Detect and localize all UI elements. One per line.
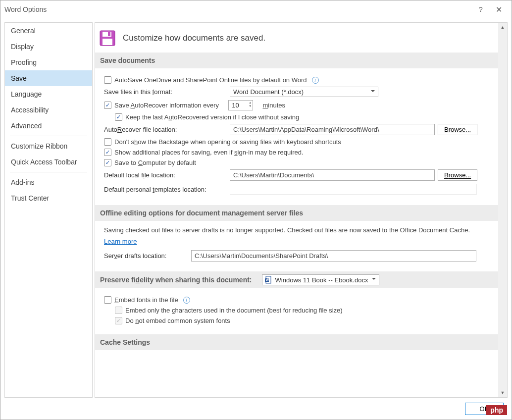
word-document-icon: W bbox=[264, 276, 272, 284]
server-drafts-input[interactable] bbox=[191, 250, 476, 262]
default-templates-label: Default personal templates location: bbox=[104, 186, 227, 193]
sidebar-item-accessibility[interactable]: Accessibility bbox=[5, 102, 92, 118]
default-local-browse-button[interactable]: Browse... bbox=[438, 169, 477, 181]
main-panel: Customize how documents are saved. Save … bbox=[95, 23, 498, 397]
autorecover-label-pre: Save AutoRecover information every bbox=[114, 102, 219, 109]
sidebar-item-display[interactable]: Display bbox=[5, 39, 92, 54]
dont-show-backstage-checkbox[interactable] bbox=[104, 138, 111, 146]
help-button[interactable]: ? bbox=[472, 0, 490, 18]
autorecover-browse-button[interactable]: Browse... bbox=[438, 124, 477, 135]
embed-fonts-checkbox[interactable] bbox=[104, 296, 111, 304]
section-cache-settings: Cache Settings bbox=[95, 334, 498, 350]
sidebar-item-save[interactable]: Save bbox=[5, 70, 92, 86]
svg-text:W: W bbox=[265, 278, 269, 281]
svg-rect-2 bbox=[108, 32, 110, 36]
autorecover-unit: minutes bbox=[262, 102, 285, 109]
format-select[interactable]: Word Document (*.docx) bbox=[230, 87, 378, 97]
show-additional-checkbox[interactable] bbox=[104, 149, 111, 156]
autorecover-minutes-spinner[interactable]: 10▲▼ bbox=[228, 100, 253, 110]
embed-only-characters-checkbox bbox=[115, 307, 122, 314]
info-icon[interactable]: i bbox=[183, 297, 190, 304]
vertical-scrollbar[interactable]: ▲ ▼ bbox=[498, 23, 507, 397]
format-label: Save files in this format: bbox=[104, 88, 227, 96]
autorecover-location-input[interactable] bbox=[230, 124, 435, 135]
watermark-logo: php bbox=[486, 405, 507, 415]
sidebar-item-quick-access[interactable]: Quick Access Toolbar bbox=[5, 154, 92, 170]
keep-last-label: Keep the last AutoRecovered version if I… bbox=[125, 113, 299, 121]
offline-note: Saving checked out files to server draft… bbox=[104, 226, 489, 235]
sidebar-item-advanced[interactable]: Advanced bbox=[5, 118, 92, 134]
section-offline: Offline editing options for document man… bbox=[95, 205, 498, 221]
autorecover-checkbox[interactable] bbox=[104, 102, 111, 109]
autosave-label: AutoSave OneDrive and SharePoint Online … bbox=[114, 76, 307, 84]
scroll-down-arrow[interactable]: ▼ bbox=[498, 388, 507, 397]
autorecover-location-label: AutoRecover file location: bbox=[104, 126, 227, 133]
dont-show-backstage-label: Don't show the Backstage when opening or… bbox=[114, 138, 341, 146]
embed-only-characters-label: Embed only the characters used in the do… bbox=[125, 307, 343, 314]
close-button[interactable]: ✕ bbox=[490, 0, 508, 18]
sidebar-item-customize-ribbon[interactable]: Customize Ribbon bbox=[5, 138, 92, 154]
sidebar-item-add-ins[interactable]: Add-ins bbox=[5, 174, 92, 190]
keep-last-checkbox[interactable] bbox=[115, 113, 122, 121]
svg-rect-3 bbox=[102, 39, 112, 45]
server-drafts-label: Server drafts location: bbox=[104, 252, 188, 260]
title-bar: Word Options ? ✕ bbox=[0, 0, 512, 18]
show-additional-label: Show additional places for saving, even … bbox=[114, 149, 304, 156]
save-to-computer-checkbox[interactable] bbox=[104, 159, 111, 166]
section-save-documents: Save documents bbox=[95, 52, 498, 68]
dialog-footer: OK bbox=[0, 398, 512, 420]
save-icon bbox=[99, 30, 116, 47]
default-templates-input[interactable] bbox=[230, 184, 476, 195]
do-not-embed-checkbox bbox=[115, 317, 122, 324]
scroll-up-arrow[interactable]: ▲ bbox=[498, 23, 507, 32]
sidebar-item-language[interactable]: Language bbox=[5, 86, 92, 102]
preserve-document-select[interactable]: W Windows 11 Book -- Ebook.docx bbox=[262, 274, 380, 285]
autosave-checkbox[interactable] bbox=[104, 76, 111, 84]
learn-more-link[interactable]: Learn more bbox=[104, 238, 137, 245]
section-preserve-fidelity: Preserve fidelity when sharing this docu… bbox=[95, 271, 498, 288]
info-icon[interactable]: i bbox=[312, 77, 319, 84]
embed-fonts-label: Embed fonts in the file bbox=[114, 296, 178, 304]
sidebar-item-proofing[interactable]: Proofing bbox=[5, 54, 92, 70]
sidebar-nav: General Display Proofing Save Language A… bbox=[4, 22, 93, 398]
do-not-embed-label: Do not embed common system fonts bbox=[125, 317, 230, 324]
sidebar-item-general[interactable]: General bbox=[5, 23, 92, 39]
default-local-input[interactable] bbox=[230, 169, 435, 181]
page-subtitle: Customize how documents are saved. bbox=[123, 33, 265, 43]
save-to-computer-label: Save to Computer by default bbox=[114, 159, 196, 166]
default-local-label: Default local file location: bbox=[104, 171, 227, 179]
sidebar-item-trust-center[interactable]: Trust Center bbox=[5, 190, 92, 206]
window-title: Word Options bbox=[4, 5, 47, 13]
